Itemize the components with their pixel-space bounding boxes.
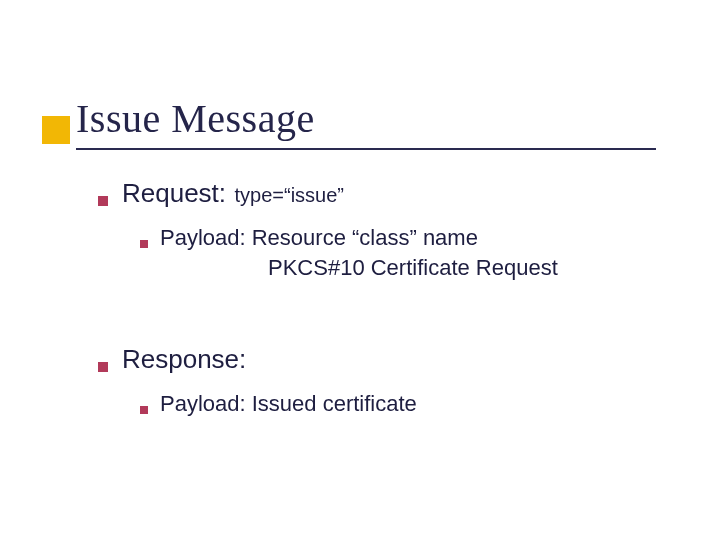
sub-bullet-row: Payload: Resource “class” name bbox=[140, 223, 658, 253]
bullet-suffix: type=“issue” bbox=[235, 184, 345, 206]
sub-bullet-line2: PKCS#10 Certificate Request bbox=[268, 253, 658, 283]
bullet-text-wrap: Request: type=“issue” bbox=[122, 178, 344, 209]
slide: Issue Message Request: type=“issue” Payl… bbox=[0, 0, 720, 540]
spacer bbox=[98, 308, 658, 344]
square-bullet-icon bbox=[140, 240, 148, 248]
square-bullet-icon bbox=[98, 196, 108, 206]
accent-square bbox=[42, 116, 70, 144]
bullet-label: Response: bbox=[122, 344, 246, 374]
bullet-label: Request: bbox=[122, 178, 226, 208]
sub-bullet-line1: Payload: Resource “class” name bbox=[160, 223, 478, 253]
bullet-response: Response: Payload: Issued certificate bbox=[98, 344, 658, 419]
slide-title: Issue Message bbox=[76, 95, 315, 142]
sub-bullet-row: Payload: Issued certificate bbox=[140, 389, 658, 419]
bullet-row: Request: type=“issue” bbox=[98, 178, 658, 209]
bullet-text-wrap: Response: bbox=[122, 344, 250, 375]
title-underline bbox=[76, 148, 656, 150]
sub-bullet: Payload: Resource “class” name PKCS#10 C… bbox=[140, 223, 658, 282]
bullet-row: Response: bbox=[98, 344, 658, 375]
square-bullet-icon bbox=[98, 362, 108, 372]
bullet-request: Request: type=“issue” Payload: Resource … bbox=[98, 178, 658, 282]
slide-body: Request: type=“issue” Payload: Resource … bbox=[98, 178, 658, 445]
sub-bullet: Payload: Issued certificate bbox=[140, 389, 658, 419]
sub-bullet-line1: Payload: Issued certificate bbox=[160, 389, 417, 419]
square-bullet-icon bbox=[140, 406, 148, 414]
